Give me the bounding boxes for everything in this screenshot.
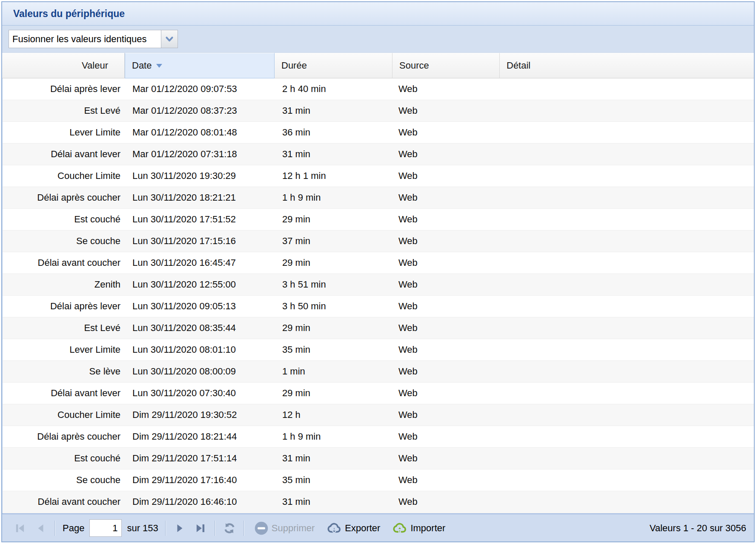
cell-detail: [500, 78, 754, 100]
cell-valeur: Est Levé: [3, 317, 125, 339]
paging-toolbar: Page sur 153: [2, 513, 754, 542]
cell-duree: 31 min: [275, 448, 392, 469]
cell-detail: [500, 491, 754, 512]
combobox-dropdown-trigger[interactable]: [161, 30, 178, 48]
refresh-icon: [223, 522, 235, 534]
cell-source: Web: [392, 317, 500, 339]
refresh-button[interactable]: [220, 519, 238, 537]
merge-values-input[interactable]: [9, 30, 161, 48]
cell-valeur: Se couche: [3, 230, 125, 252]
cell-detail: [500, 165, 754, 187]
table-row[interactable]: Est couchéDim 29/11/2020 17:51:1431 minW…: [3, 448, 754, 469]
import-button[interactable]: Importer: [392, 522, 445, 535]
toolbar-separator: [243, 521, 244, 536]
table-row[interactable]: Se lèveLun 30/11/2020 08:00:091 minWeb: [3, 361, 754, 383]
first-page-button[interactable]: [11, 519, 29, 537]
next-page-button[interactable]: [171, 519, 189, 537]
cell-detail: [500, 339, 754, 360]
column-header-duree[interactable]: Durée: [275, 53, 392, 78]
cloud-upload-icon: [392, 522, 407, 535]
next-page-icon: [175, 523, 186, 534]
table-row[interactable]: Se coucheLun 30/11/2020 17:15:1637 minWe…: [3, 230, 754, 252]
table-row[interactable]: Lever LimiteMar 01/12/2020 08:01:4836 mi…: [3, 122, 754, 144]
last-page-button[interactable]: [192, 519, 209, 537]
cell-date: Dim 29/11/2020 17:51:14: [125, 448, 275, 469]
table-row[interactable]: Délai avant leverMar 01/12/2020 07:31:18…: [3, 144, 754, 165]
merge-values-combobox: [9, 30, 178, 48]
table-row[interactable]: Est couchéLun 30/11/2020 17:51:5229 minW…: [3, 209, 754, 230]
cell-source: Web: [392, 296, 500, 317]
table-row[interactable]: Délai avant leverLun 30/11/2020 07:30:40…: [3, 383, 754, 404]
export-button[interactable]: Exporter: [326, 522, 380, 535]
minus-circle-icon: [254, 521, 269, 535]
sort-desc-icon: [156, 64, 162, 68]
cell-source: Web: [392, 78, 500, 100]
cell-duree: 1 h 9 min: [275, 187, 392, 208]
table-row[interactable]: Est LevéMar 01/12/2020 08:37:2331 minWeb: [3, 100, 754, 122]
cell-valeur: Est couché: [3, 448, 125, 469]
page-total-label: sur 153: [127, 523, 158, 534]
cell-duree: 29 min: [275, 209, 392, 230]
grid-body: Délai après leverMar 01/12/2020 09:07:53…: [2, 78, 754, 513]
cell-source: Web: [392, 165, 500, 187]
table-row[interactable]: ZenithLun 30/11/2020 12:55:003 h 51 minW…: [3, 274, 754, 296]
table-row[interactable]: Lever LimiteLun 30/11/2020 08:01:1035 mi…: [3, 339, 754, 361]
cell-valeur: Lever Limite: [3, 339, 125, 360]
cell-source: Web: [392, 274, 500, 295]
column-header-source[interactable]: Source: [392, 53, 500, 78]
cell-date: Lun 30/11/2020 12:55:00: [125, 274, 275, 295]
cell-valeur: Est Levé: [3, 100, 125, 121]
cell-date: Lun 30/11/2020 16:45:47: [125, 252, 275, 274]
cell-detail: [500, 383, 754, 404]
cell-duree: 29 min: [275, 252, 392, 274]
cell-detail: [500, 144, 754, 165]
cell-valeur: Délai avant lever: [3, 383, 125, 404]
cell-source: Web: [392, 361, 500, 382]
cell-detail: [500, 100, 754, 121]
cell-valeur: Délai avant lever: [3, 144, 125, 165]
cell-detail: [500, 317, 754, 339]
cell-valeur: Se lève: [3, 361, 125, 382]
table-row[interactable]: Se coucheDim 29/11/2020 17:16:4035 minWe…: [3, 469, 754, 491]
toolbar-separator: [54, 521, 55, 536]
previous-page-button[interactable]: [32, 519, 49, 537]
column-header-detail[interactable]: Détail: [500, 53, 754, 78]
table-row[interactable]: Délai avant coucherDim 29/11/2020 16:46:…: [3, 491, 754, 513]
cell-source: Web: [392, 491, 500, 512]
cell-detail: [500, 404, 754, 426]
cell-valeur: Délai avant coucher: [3, 491, 125, 512]
toolbar-separator: [165, 521, 166, 536]
cell-duree: 3 h 50 min: [275, 296, 392, 317]
cell-detail: [500, 274, 754, 295]
grid-toolbar: [2, 26, 754, 53]
table-row[interactable]: Délai après leverLun 30/11/2020 09:05:13…: [3, 296, 754, 317]
cell-source: Web: [392, 404, 500, 426]
table-row[interactable]: Est LevéLun 30/11/2020 08:35:4429 minWeb: [3, 317, 754, 339]
cell-valeur: Délai après coucher: [3, 426, 125, 447]
cell-valeur: Délai avant coucher: [3, 252, 125, 274]
delete-button[interactable]: Supprimer: [254, 521, 315, 535]
table-row[interactable]: Délai avant coucherLun 30/11/2020 16:45:…: [3, 252, 754, 274]
table-row[interactable]: Délai après coucherDim 29/11/2020 18:21:…: [3, 426, 754, 448]
cell-source: Web: [392, 469, 500, 491]
cell-duree: 3 h 51 min: [275, 274, 392, 295]
cell-valeur: Délai après coucher: [3, 187, 125, 208]
cell-detail: [500, 187, 754, 208]
chevron-down-icon: [165, 35, 174, 44]
cell-date: Lun 30/11/2020 19:30:29: [125, 165, 275, 187]
column-header-date[interactable]: Date: [125, 53, 275, 78]
page-number-input[interactable]: [89, 519, 122, 537]
column-header-valeur[interactable]: Valeur: [2, 53, 125, 78]
cell-source: Web: [392, 426, 500, 447]
cell-duree: 37 min: [275, 230, 392, 252]
table-row[interactable]: Délai après coucherLun 30/11/2020 18:21:…: [3, 187, 754, 209]
device-values-panel: Valeurs du périphérique Valeur Date Duré…: [1, 1, 755, 542]
last-page-icon: [195, 523, 206, 534]
cell-date: Lun 30/11/2020 17:15:16: [125, 230, 275, 252]
grid-header-row: Valeur Date Durée Source Détail: [2, 53, 754, 78]
table-row[interactable]: Délai après leverMar 01/12/2020 09:07:53…: [3, 78, 754, 100]
toolbar-separator: [215, 521, 215, 536]
table-row[interactable]: Coucher LimiteDim 29/11/2020 19:30:5212 …: [3, 404, 754, 426]
cell-valeur: Coucher Limite: [3, 165, 125, 187]
table-row[interactable]: Coucher LimiteLun 30/11/2020 19:30:2912 …: [3, 165, 754, 187]
